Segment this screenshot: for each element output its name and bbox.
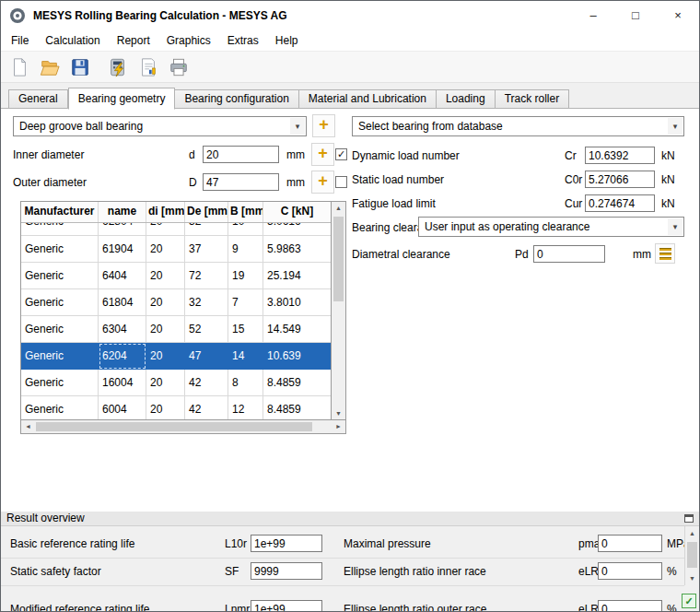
report-button[interactable] — [135, 54, 161, 80]
result-value-input[interactable] — [251, 535, 322, 552]
table-row[interactable]: Generic 6304 20 52 15 14.549 — [21, 316, 331, 343]
col-manufacturer[interactable]: Manufacturer — [21, 202, 99, 222]
table-row[interactable]: Generic 16004 20 42 8 8.4859 — [21, 370, 331, 396]
fatigue-load-symbol: Cur — [565, 197, 582, 210]
tab-bearing-configuration[interactable]: Bearing configuration — [175, 89, 298, 109]
col-c[interactable]: C [kN] — [263, 202, 331, 222]
database-select-combo[interactable]: Select bearing from database ▾ — [352, 116, 684, 136]
result-symbol: SF — [225, 565, 239, 578]
outer-diameter-input[interactable] — [203, 173, 279, 191]
table-row-selected[interactable]: Generic 6204 20 47 14 10.639 — [21, 343, 331, 370]
menu-graphics[interactable]: Graphics — [158, 31, 219, 50]
clearance-options-button[interactable] — [655, 243, 675, 264]
bearing-clearance-combo[interactable]: User input as operating clearance ▾ — [418, 217, 684, 237]
scroll-up-icon[interactable]: ▲ — [685, 530, 699, 536]
menu-extras[interactable]: Extras — [219, 31, 267, 50]
result-value-input[interactable] — [598, 562, 662, 580]
inner-diameter-unit: mm — [286, 148, 305, 161]
minimize-button[interactable]: – — [572, 1, 614, 29]
table-vertical-scrollbar[interactable]: ▲ ▼ — [332, 201, 346, 420]
tab-material-lubrication[interactable]: Material and Lubrication — [299, 89, 437, 109]
table-row[interactable]: Generic 62804 20 32 10 5.0616 — [21, 223, 331, 236]
titlebar: MESYS Rolling Bearing Calculation - MESY… — [1, 1, 699, 29]
open-file-button[interactable] — [37, 54, 63, 80]
result-label: Basic reference rating life — [10, 537, 134, 550]
diametral-clearance-unit: mm — [633, 248, 651, 261]
result-unit: % — [667, 603, 677, 611]
fatigue-load-input[interactable] — [585, 194, 655, 212]
table-horizontal-scrollbar[interactable]: ◄ ► — [20, 420, 346, 434]
diametral-clearance-input[interactable] — [533, 245, 605, 263]
scroll-up-icon[interactable]: ▲ — [332, 205, 345, 211]
scroll-down-icon[interactable]: ▼ — [685, 575, 699, 582]
result-value-input[interactable] — [598, 600, 662, 611]
table-row[interactable]: Generic 6404 20 72 19 25.194 — [21, 263, 331, 289]
menu-report[interactable]: Report — [109, 31, 158, 50]
new-file-icon — [9, 57, 29, 77]
dynamic-load-unit: kN — [661, 149, 675, 162]
result-row: Modified reference rating life Lnmr Elli… — [1, 600, 699, 611]
menu-help[interactable]: Help — [267, 31, 307, 50]
dynamic-load-input[interactable] — [585, 147, 655, 164]
col-b[interactable]: B [mm] — [228, 202, 263, 222]
bearing-table-grid: Manufacturer name di [mm] De [mm] B [mm]… — [20, 201, 332, 420]
scroll-right-icon[interactable]: ► — [335, 423, 342, 430]
static-load-input[interactable] — [585, 171, 655, 188]
scroll-down-icon[interactable]: ▼ — [332, 410, 345, 417]
maximize-button[interactable]: □ — [614, 1, 657, 29]
add-outer-diameter-button[interactable]: + — [311, 171, 334, 194]
outer-diameter-checkbox[interactable] — [335, 176, 347, 188]
bearing-type-combo[interactable]: Deep groove ball bearing ▾ — [13, 116, 307, 136]
table-row[interactable]: Generic 61904 20 37 9 5.9863 — [21, 236, 331, 263]
col-name[interactable]: name — [99, 202, 146, 222]
menubar: File Calculation Report Graphics Extras … — [1, 29, 699, 52]
calculate-button[interactable] — [105, 54, 131, 80]
result-value-input[interactable] — [251, 562, 322, 580]
tabbar: General Bearing geometry Bearing configu… — [8, 88, 569, 109]
inner-diameter-checkbox[interactable]: ✓ — [335, 148, 347, 160]
menu-file[interactable]: File — [3, 31, 37, 50]
add-bearing-type-button[interactable]: + — [312, 114, 335, 137]
lines-icon — [659, 248, 671, 251]
undock-panel-icon[interactable] — [684, 514, 694, 523]
menu-calculation[interactable]: Calculation — [37, 31, 108, 50]
add-inner-diameter-button[interactable]: + — [311, 143, 334, 166]
window-title: MESYS Rolling Bearing Calculation - MESY… — [33, 9, 287, 22]
result-symbol: Lnmr — [225, 603, 250, 611]
close-button[interactable]: × — [657, 1, 699, 29]
toolbar — [1, 52, 699, 83]
result-symbol: L10r — [225, 537, 247, 550]
tab-loading[interactable]: Loading — [437, 89, 496, 109]
scrollbar-thumb[interactable] — [36, 422, 312, 431]
print-button[interactable] — [166, 54, 192, 80]
dynamic-load-symbol: Cr — [565, 149, 577, 162]
new-file-button[interactable] — [6, 54, 32, 80]
table-row[interactable]: Generic 61804 20 32 7 3.8010 — [21, 289, 331, 316]
table-row[interactable]: Generic 6004 20 42 12 8.4859 — [21, 396, 331, 420]
result-label: Static safety factor — [10, 565, 101, 578]
result-label: Modified reference rating life — [10, 603, 149, 611]
tab-general[interactable]: General — [8, 89, 68, 109]
static-load-label: Static load number — [352, 173, 444, 186]
result-vertical-scrollbar[interactable]: ▲ ▼ — [684, 526, 699, 585]
scrollbar-thumb[interactable] — [687, 542, 697, 568]
database-select-combo-value: Select bearing from database — [358, 120, 665, 133]
outer-diameter-unit: mm — [286, 176, 305, 189]
row-separator — [1, 558, 684, 559]
scrollbar-thumb[interactable] — [333, 217, 344, 301]
col-di[interactable]: di [mm] — [146, 202, 185, 222]
outer-diameter-symbol: D — [189, 176, 197, 189]
tab-bearing-geometry[interactable]: Bearing geometry — [68, 88, 176, 110]
inner-diameter-input[interactable] — [203, 146, 279, 163]
scroll-left-icon[interactable]: ◄ — [25, 423, 31, 430]
calculate-lightning-icon — [108, 57, 128, 77]
col-de[interactable]: De [mm] — [185, 202, 228, 222]
bearing-type-combo-value: Deep groove ball bearing — [19, 120, 287, 133]
save-button[interactable] — [67, 54, 93, 80]
result-value-input[interactable] — [598, 535, 662, 552]
tab-track-roller[interactable]: Track roller — [496, 89, 570, 109]
result-value-input[interactable] — [251, 600, 322, 611]
chevron-down-icon: ▾ — [668, 218, 682, 235]
save-floppy-icon — [70, 57, 90, 77]
static-load-symbol: C0r — [565, 173, 582, 186]
